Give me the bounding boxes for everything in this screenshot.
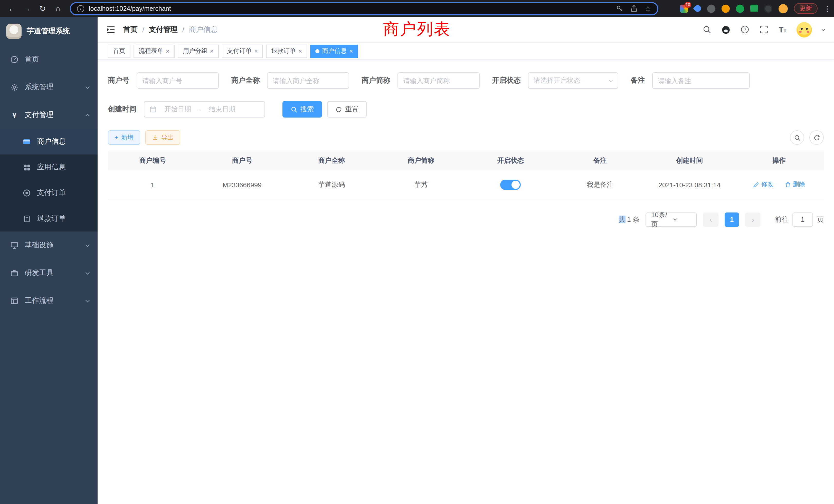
- status-toggle[interactable]: [500, 180, 521, 190]
- avatar-caret-icon[interactable]: [821, 27, 826, 32]
- tab-refund-order[interactable]: 退款订单 ×: [266, 44, 307, 58]
- date-separator: -: [199, 106, 201, 113]
- browser-update-button[interactable]: 更新: [794, 3, 817, 14]
- extension-notes-icon[interactable]: [750, 5, 758, 12]
- user-avatar[interactable]: [796, 22, 812, 37]
- pagination: 共 1 条 10条/页 ‹ 1 › 前往 页: [108, 212, 824, 227]
- bookmark-star-icon[interactable]: ☆: [645, 5, 651, 12]
- pagination-total-rest: 1 条: [625, 215, 639, 223]
- filter-row-2: 创建时间 开始日期 - 结束日期 搜索: [108, 101, 824, 117]
- gear-icon: [10, 83, 19, 91]
- sidebar-toggle-icon[interactable]: [106, 24, 116, 35]
- page-info-icon[interactable]: i: [77, 5, 84, 12]
- sidebar-item-home[interactable]: 首页: [0, 46, 97, 73]
- browser-menu-icon[interactable]: ⋮: [824, 4, 829, 13]
- full-name-input[interactable]: [267, 72, 349, 89]
- tab-home[interactable]: 首页: [108, 44, 130, 58]
- delete-link[interactable]: 删除: [785, 180, 805, 189]
- payment-submenu: 商户信息 应用信息 支付订单: [0, 129, 97, 231]
- tab-user-group[interactable]: 用户分组 ×: [178, 44, 219, 58]
- extension-people-icon[interactable]: [722, 4, 730, 13]
- font-size-icon[interactable]: TT: [777, 24, 788, 35]
- add-button[interactable]: + 新增: [108, 130, 140, 145]
- extension-green-circle-icon[interactable]: [736, 4, 744, 13]
- share-icon[interactable]: [630, 5, 638, 12]
- close-icon[interactable]: ×: [299, 48, 302, 54]
- document-icon: [23, 214, 31, 223]
- sidebar-item-merchant-info[interactable]: 商户信息: [0, 129, 97, 155]
- date-range-picker[interactable]: 开始日期 - 结束日期: [144, 101, 265, 117]
- sidebar-item-app-info[interactable]: 应用信息: [0, 155, 97, 180]
- cell-merchant-no: M233666999: [197, 170, 287, 200]
- close-icon[interactable]: ×: [210, 48, 214, 54]
- tab-label: 流程表单: [139, 47, 163, 55]
- sidebar-item-pay-order[interactable]: 支付订单: [0, 180, 97, 206]
- edit-link[interactable]: 修改: [753, 180, 773, 189]
- sidebar-item-label: 首页: [25, 55, 39, 64]
- browser-forward-icon[interactable]: →: [21, 2, 34, 15]
- extension-drop-icon[interactable]: [694, 5, 701, 12]
- page-content: 商户号 商户全称 商户简称 开启状态 请选择开启状态: [97, 60, 834, 227]
- status-select[interactable]: 请选择开启状态: [528, 72, 618, 89]
- tab-flow-form[interactable]: 流程表单 ×: [133, 44, 175, 58]
- cell-actions: 修改 删除: [734, 170, 824, 200]
- breadcrumb-home[interactable]: 首页: [123, 25, 138, 34]
- sidebar-item-payment[interactable]: ¥ 支付管理: [0, 101, 97, 129]
- chevron-down-icon: [672, 216, 693, 222]
- close-icon[interactable]: ×: [254, 48, 258, 54]
- search-icon[interactable]: [702, 24, 712, 35]
- browser-refresh-icon[interactable]: ↻: [36, 2, 49, 15]
- filter-label: 创建时间: [108, 105, 137, 114]
- tab-pay-order[interactable]: 支付订单 ×: [222, 44, 263, 58]
- password-key-icon[interactable]: [616, 5, 624, 12]
- sidebar-item-system[interactable]: 系统管理: [0, 73, 97, 101]
- remark-input[interactable]: [652, 72, 750, 89]
- table-row: 1 M233666999 芋道源码 芋艿 我是备注 2021-10-23 08:…: [108, 170, 824, 200]
- toggle-search-icon[interactable]: [790, 130, 804, 145]
- goto-page-input[interactable]: [792, 212, 813, 227]
- cell-create-time: 2021-10-23 08:31:14: [645, 170, 734, 200]
- sidebar-item-refund-order[interactable]: 退款订单: [0, 206, 97, 231]
- dashboard-icon: [10, 55, 19, 64]
- sidebar-item-infrastructure[interactable]: 基础设施: [0, 231, 97, 259]
- svg-text:?: ?: [743, 27, 746, 32]
- search-button[interactable]: 搜索: [282, 101, 322, 117]
- url-bar[interactable]: i localhost:1024/pay/merchant ☆: [70, 2, 658, 15]
- help-icon[interactable]: ?: [740, 24, 750, 35]
- prev-page-icon[interactable]: ‹: [703, 212, 719, 227]
- merchant-no-input[interactable]: [137, 72, 219, 89]
- browser-home-icon[interactable]: ⌂: [51, 2, 65, 15]
- cell-remark: 我是备注: [555, 170, 645, 200]
- cell-full-name: 芋道源码: [287, 170, 376, 200]
- breadcrumb-payment[interactable]: 支付管理: [149, 25, 178, 34]
- fullscreen-icon[interactable]: [759, 24, 769, 35]
- breadcrumb: 首页 / 支付管理 / 商户信息: [123, 25, 218, 34]
- reset-button[interactable]: 重置: [327, 101, 367, 117]
- extension-colorful-icon[interactable]: 10: [680, 4, 688, 13]
- cell-short-name: 芋艿: [376, 170, 466, 200]
- page-number-1[interactable]: 1: [725, 212, 739, 227]
- sidebar-item-workflow[interactable]: 工作流程: [0, 287, 97, 315]
- page-size-select[interactable]: 10条/页: [645, 212, 697, 227]
- sidebar: 芋道管理系统 首页 系统管理: [0, 17, 97, 504]
- short-name-input[interactable]: [397, 72, 480, 89]
- close-icon[interactable]: ×: [166, 48, 170, 54]
- navbar-actions: ? TT: [702, 22, 826, 37]
- close-icon[interactable]: ×: [349, 48, 353, 54]
- sidebar-item-dev-tools[interactable]: 研发工具: [0, 259, 97, 287]
- browser-back-icon[interactable]: ←: [5, 2, 19, 15]
- filter-remark: 备注: [631, 72, 750, 89]
- extension-circle-icon[interactable]: [707, 4, 716, 13]
- main-area: 首页 / 支付管理 / 商户信息 ?: [97, 17, 834, 504]
- extension-knot-icon[interactable]: [764, 4, 772, 13]
- next-page-icon[interactable]: ›: [745, 212, 761, 227]
- pagination-total-highlight: 共: [619, 215, 625, 223]
- refresh-table-icon[interactable]: [809, 130, 824, 145]
- tab-merchant-info[interactable]: 商户信息 ×: [310, 44, 358, 58]
- github-icon[interactable]: [721, 24, 731, 35]
- app-logo[interactable]: 芋道管理系统: [0, 17, 97, 46]
- sidebar-item-label: 支付订单: [37, 188, 66, 198]
- table-header-row: 商户编号 商户号 商户全称 商户简称 开启状态 备注 创建时间 操作: [108, 152, 824, 170]
- profile-avatar-icon[interactable]: [778, 4, 788, 13]
- export-button[interactable]: 导出: [145, 130, 180, 145]
